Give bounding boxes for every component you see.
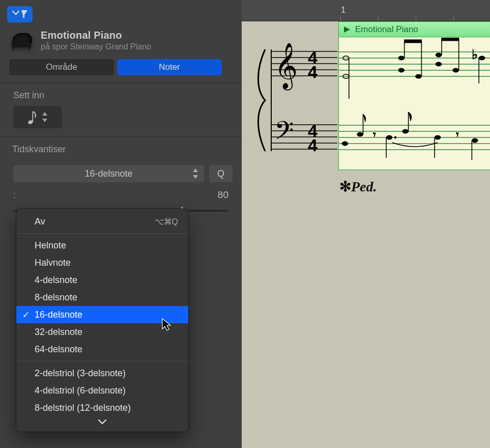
timeline-ruler[interactable]: 1 (242, 0, 490, 21)
menu-item-whole[interactable]: Helnote (16, 237, 188, 254)
menu-item-sixtyfourth[interactable]: 64-delsnote (16, 341, 188, 358)
svg-point-60 (394, 136, 396, 138)
menu-item-label: Helnote (35, 240, 66, 251)
svg-marker-7 (193, 169, 198, 172)
inspector-panel: Emotional Piano på spor Steinway Grand P… (0, 0, 242, 448)
menu-item-label: 16-delsnote (35, 310, 82, 320)
menu-item-label: 4-delstriol (6-delsnote) (35, 385, 126, 396)
piano-icon (9, 29, 34, 52)
svg-point-43 (415, 74, 421, 78)
tab-notes[interactable]: Noter (117, 59, 222, 75)
svg-point-49 (453, 68, 459, 72)
menu-item-label: 32-delsnote (35, 327, 82, 338)
pedal-marking: ✻Ped. (339, 178, 377, 195)
score-area: 1 (242, 0, 490, 448)
menu-shortcut: ⌥⌘Q (155, 217, 178, 227)
svg-marker-8 (193, 175, 198, 179)
menu-item-label: Av (35, 216, 45, 227)
region-clip-body: ♭ 𝄾 (339, 37, 490, 170)
svg-point-62 (402, 129, 409, 133)
svg-text:4: 4 (308, 135, 318, 155)
strength-value[interactable]: 80 (218, 189, 228, 201)
menu-more-indicator[interactable] (16, 416, 188, 429)
svg-text:𝄾: 𝄾 (373, 132, 376, 137)
time-quantize-popup[interactable]: 16-delsnote (13, 165, 204, 182)
svg-point-59 (386, 135, 392, 139)
insert-note-value-popup[interactable] (13, 106, 62, 128)
app-root: Emotional Piano på spor Steinway Grand P… (0, 0, 490, 448)
menu-separator (16, 233, 188, 234)
time-quantize-current: 16-delsnote (84, 169, 132, 179)
svg-marker-0 (21, 10, 27, 18)
svg-point-40 (398, 68, 405, 72)
quantize-button[interactable]: Q (209, 165, 233, 182)
ruler-tick (340, 16, 341, 21)
staff-system-init: 𝄞 𝄢 4 4 4 4 (253, 34, 337, 172)
svg-point-46 (436, 62, 442, 66)
chevron-down-icon (98, 418, 107, 425)
menu-item-triplet2[interactable]: 2-delstriol (3-delsnote) (16, 365, 188, 382)
svg-text:𝄞: 𝄞 (274, 43, 298, 91)
svg-text:♭: ♭ (472, 47, 478, 62)
menu-item-sixteenth[interactable]: ✓ 16-delsnote (16, 306, 188, 323)
inspector-toolbar (0, 0, 242, 25)
svg-rect-51 (442, 38, 459, 41)
ruler-tick (453, 16, 454, 21)
svg-point-67 (472, 138, 478, 143)
region-clip-header[interactable]: Emotional Piano (339, 22, 490, 37)
svg-marker-26 (344, 26, 350, 33)
region-title-block: Emotional Piano på spor Steinway Grand P… (41, 30, 151, 51)
ruler-tick (378, 16, 379, 21)
svg-rect-4 (32, 111, 33, 122)
svg-marker-5 (42, 112, 47, 116)
clip-name: Emotional Piano (355, 24, 418, 35)
play-marker-icon (343, 25, 351, 34)
region-title: Emotional Piano (41, 30, 151, 41)
menu-item-label: 8-delstriol (12-delsnote) (35, 403, 131, 413)
filter-button[interactable] (7, 6, 33, 22)
menu-item-thirtysecond[interactable]: 32-delsnote (16, 323, 188, 341)
svg-point-56 (357, 132, 363, 136)
time-quantize-label: Tidskvantiser (12, 144, 233, 155)
insert-label: Sett inn (13, 90, 233, 101)
svg-rect-2 (29, 47, 30, 50)
svg-marker-6 (42, 119, 47, 122)
svg-point-64 (435, 135, 441, 139)
menu-item-eighth[interactable]: 8-delsnote (16, 289, 188, 306)
insert-section: Sett inn (0, 83, 242, 136)
time-quantize-section: Tidskvantiser (0, 137, 242, 162)
time-quantize-row: 16-delsnote Q (0, 165, 242, 182)
eighth-note-icon (28, 109, 37, 125)
region-clip[interactable]: Emotional Piano (338, 21, 490, 170)
region-subtitle: på spor Steinway Grand Piano (41, 42, 151, 51)
tab-region[interactable]: Område (9, 59, 114, 75)
svg-point-55 (342, 142, 348, 146)
menu-item-label: Halvnote (35, 258, 71, 268)
svg-text:𝄢: 𝄢 (274, 117, 294, 151)
region-header: Emotional Piano på spor Steinway Grand P… (0, 25, 242, 55)
strength-stepper-placeholder: : (13, 190, 23, 201)
svg-text:4: 4 (308, 62, 318, 81)
svg-point-41 (398, 56, 405, 60)
menu-item-half[interactable]: Halvnote (16, 254, 188, 271)
stepper-icon (42, 112, 47, 122)
menu-item-label: 4-delsnote (35, 275, 77, 286)
menu-item-quarter[interactable]: 4-delsnote (16, 271, 188, 289)
tab-row: Område Noter (0, 55, 242, 82)
menu-separator (16, 361, 188, 361)
stepper-icon (193, 169, 198, 179)
svg-rect-1 (13, 47, 14, 50)
svg-point-53 (479, 56, 485, 60)
menu-item-triplet8[interactable]: 8-delstriol (12-delsnote) (16, 399, 188, 416)
menu-item-label: 64-delsnote (35, 344, 82, 355)
menu-item-off[interactable]: Av ⌥⌘Q (16, 213, 188, 230)
svg-rect-45 (405, 40, 422, 43)
check-icon: ✓ (22, 310, 30, 320)
menu-item-triplet4[interactable]: 4-delstriol (6-delsnote) (16, 382, 188, 399)
time-quantize-menu: Av ⌥⌘Q Helnote Halvnote 4-delsnote 8-del… (16, 209, 188, 432)
menu-item-label: 2-delstriol (3-delsnote) (35, 368, 126, 379)
bar-number: 1 (341, 5, 345, 15)
strength-row: : 80 (0, 182, 242, 201)
svg-point-47 (436, 53, 442, 57)
ruler-tick (416, 16, 416, 21)
